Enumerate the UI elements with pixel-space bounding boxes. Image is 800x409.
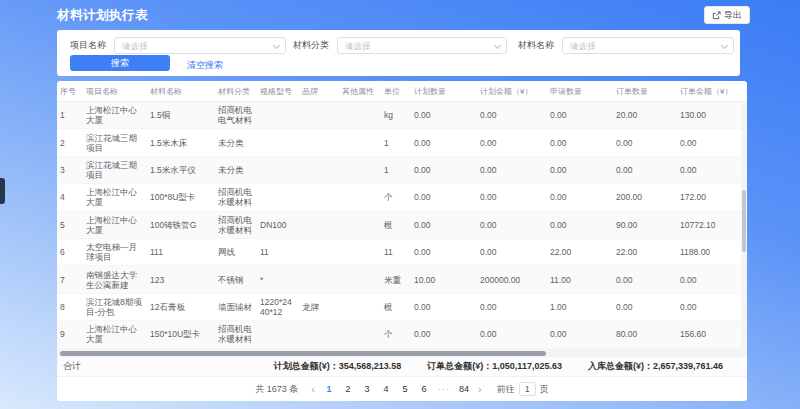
table-cell: 上海松江中心大厦	[83, 184, 147, 210]
table-cell: 0.00	[411, 102, 477, 128]
page-button-5[interactable]: 5	[400, 384, 410, 394]
table-row: 4上海松江中心大厦100*8U型卡招商机电水暖材料个0.000.000.0020…	[57, 184, 747, 211]
table-cell: 墙面辅材	[215, 294, 257, 320]
page-button-last[interactable]: 84	[459, 384, 469, 394]
material-name-select[interactable]	[562, 37, 734, 54]
filter-label: 项目名称	[70, 39, 106, 52]
page-button-3[interactable]: 3	[362, 384, 372, 394]
horizontal-scrollbar[interactable]	[57, 349, 747, 357]
table-cell: 0.00	[677, 294, 740, 320]
table-cell: 个	[381, 321, 411, 347]
table-cell: 滨江花城三期项目	[83, 129, 147, 155]
project-name-select[interactable]	[114, 37, 286, 54]
table-cell: 0.00	[547, 184, 613, 210]
table-cell: 0.00	[677, 129, 740, 155]
table-cell: 0.00	[547, 102, 613, 128]
table-cell: 20.00	[613, 102, 677, 128]
sidebar-collapsed-handle[interactable]	[0, 178, 5, 204]
goto-suffix: 页	[540, 383, 549, 396]
table-cell: 上海松江中心大厦	[83, 102, 147, 128]
table-cell: kg	[381, 102, 411, 128]
table-cell: 0.00	[477, 129, 547, 155]
header-cell: 其他属性	[339, 81, 381, 101]
table-cell: 滨江花城三期项目	[83, 157, 147, 183]
horizontal-scrollbar-thumb[interactable]	[60, 351, 546, 356]
vertical-scrollbar[interactable]	[741, 102, 747, 349]
project-name-input[interactable]	[115, 38, 285, 53]
table-cell	[299, 321, 339, 347]
header-cell: 材料分类	[215, 81, 257, 101]
table-cell: 未分类	[215, 129, 257, 155]
filter-material-name: 材料名称	[518, 37, 734, 54]
filter-panel: 项目名称 材料分类 材料名称 搜索 清空搜索	[57, 30, 740, 76]
table-cell	[339, 102, 381, 128]
table-cell: 156.60	[677, 321, 740, 347]
table-cell: 11.00	[547, 266, 613, 292]
table-cell: 150*10U型卡	[147, 321, 215, 347]
header-cell: 订单金额（¥）	[677, 81, 740, 101]
table-cell: 111	[147, 239, 215, 265]
table-cell: DN100	[257, 212, 299, 238]
clear-search-link[interactable]: 清空搜索	[187, 59, 223, 72]
table-cell: 0.00	[677, 266, 740, 292]
table-cell: 0.00	[411, 212, 477, 238]
table-cell: 80.00	[613, 321, 677, 347]
material-category-select[interactable]	[337, 37, 507, 54]
table-cell: 130.00	[677, 102, 740, 128]
table-cell: 200.00	[613, 184, 677, 210]
table-cell: 南钢盛达大学生公寓新建	[83, 266, 147, 292]
vertical-scrollbar-thumb[interactable]	[742, 190, 746, 252]
table-cell: 招商机电水暖材料	[215, 321, 257, 347]
prev-page-button[interactable]: ‹	[311, 385, 315, 394]
filter-label: 材料名称	[518, 39, 554, 52]
table-cell: 0.00	[477, 157, 547, 183]
next-page-button[interactable]: ›	[478, 385, 482, 394]
table-cell: 11	[257, 239, 299, 265]
table-cell: 1	[381, 129, 411, 155]
table-cell: 0.00	[613, 129, 677, 155]
page-button-6[interactable]: 6	[419, 384, 429, 394]
table-cell	[339, 266, 381, 292]
more-pages-button[interactable]: ···	[438, 384, 450, 394]
table-cell: 龙牌	[299, 294, 339, 320]
page-button-1[interactable]: 1	[324, 384, 334, 394]
table-cell: 太空电梯—月球项目	[83, 239, 147, 265]
material-category-input[interactable]	[338, 38, 506, 53]
table-row: 9上海松江中心大厦150*10U型卡招商机电水暖材料个0.000.000.008…	[57, 321, 747, 348]
table-body: 1上海松江中心大厦1.5铜招商机电电气材料kg0.000.000.0020.00…	[57, 102, 747, 349]
header-cell: 品牌	[299, 81, 339, 101]
table-cell: 8	[57, 294, 83, 320]
search-button[interactable]: 搜索	[70, 55, 170, 71]
table-cell: 6	[57, 239, 83, 265]
table-cell: 22.00	[547, 239, 613, 265]
table-cell	[299, 239, 339, 265]
table-cell: 10.00	[411, 266, 477, 292]
table-cell: 5	[57, 212, 83, 238]
table-cell: 22.00	[613, 239, 677, 265]
header-cell: 计划金额（¥）	[477, 81, 547, 101]
table-cell	[339, 239, 381, 265]
header-cell: 材料名称	[147, 81, 215, 101]
inbound-total-amount: 入库总金额(¥)：2,657,339,761.46	[588, 360, 723, 373]
table-cell: 0.00	[411, 129, 477, 155]
material-name-input[interactable]	[563, 38, 733, 53]
header-cell: 项目名称	[83, 81, 147, 101]
table-cell	[257, 184, 299, 210]
table-cell: 0.00	[613, 157, 677, 183]
summary-label: 合计	[63, 360, 81, 373]
table-cell: 172.00	[677, 184, 740, 210]
table-cell: 1	[381, 157, 411, 183]
table-cell: 网线	[215, 239, 257, 265]
table-cell: 10772.10	[677, 212, 740, 238]
table-cell: 0.00	[477, 294, 547, 320]
table-cell: 200000.00	[477, 266, 547, 292]
table-cell: 0.00	[477, 102, 547, 128]
header-cell: 申请数量	[547, 81, 613, 101]
table-cell: 1220*2440*12	[257, 294, 299, 320]
page-button-4[interactable]: 4	[381, 384, 391, 394]
export-button[interactable]: 导出	[704, 6, 750, 24]
filter-material-category: 材料分类	[293, 37, 507, 54]
page-button-2[interactable]: 2	[343, 384, 353, 394]
table-cell: 0.00	[677, 157, 740, 183]
goto-page-input[interactable]	[519, 382, 536, 396]
